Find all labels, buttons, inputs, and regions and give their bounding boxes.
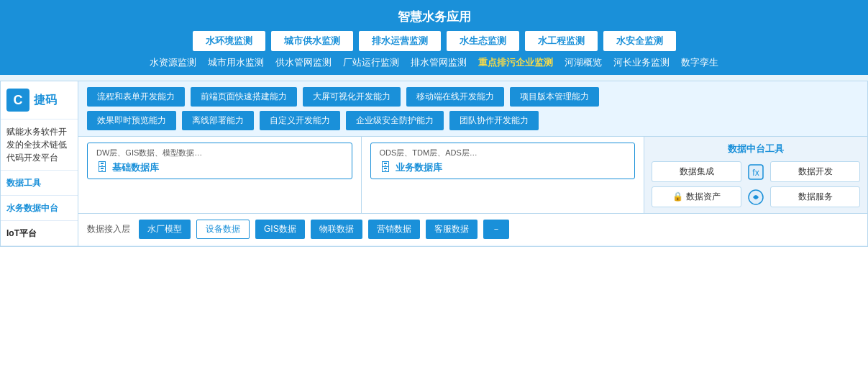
left-sidebar: C 捷码 赋能水务软件开发的全技术链低代码开发平台 数据工具 水务数据中台 Io… <box>1 81 78 246</box>
iot-button[interactable]: 设备数据 <box>196 220 250 239</box>
capability-button[interactable]: 效果即时预览能力 <box>87 111 176 130</box>
dc-cell-service[interactable]: 数据服务 <box>770 186 860 207</box>
nav-link[interactable]: 供水管网监测 <box>275 57 332 69</box>
nav-link[interactable]: 水资源监测 <box>150 57 196 69</box>
nav-link[interactable]: 河长业务监测 <box>613 57 670 69</box>
sidebar-logo-row: C 捷码 <box>1 81 78 119</box>
nav-link[interactable]: 厂站运行监测 <box>343 57 399 69</box>
capability-button[interactable]: 项目版本管理能力 <box>510 87 599 107</box>
lock-icon: 🔒 <box>672 191 685 202</box>
basic-db-box: DW层、GIS数据、模型数据… 🗄 基础数据库 <box>87 143 352 179</box>
sidebar-item-platform: 赋能水务软件开发的全技术链低代码开发平台 <box>1 119 78 171</box>
capability-button[interactable]: 团队协作开发能力 <box>449 111 539 130</box>
basic-db-label: 基础数据库 <box>112 161 159 174</box>
datacenter-panel: 数据中台工具 数据集成 fx 数据开发 🔒 数据资产 <box>644 137 867 213</box>
nav-link[interactable]: 排水管网监测 <box>411 57 467 69</box>
iot-button[interactable]: GIS数据 <box>255 220 305 239</box>
nav-button[interactable]: 水安全监测 <box>603 31 676 51</box>
dc-icon-middle-bottom <box>746 187 766 207</box>
iot-buttons: 水厂模型设备数据GIS数据物联数据营销数据客服数据－ <box>139 220 509 239</box>
sidebar-item-datacenter-label: 水务数据中台 <box>6 203 58 213</box>
dc-cell-dev[interactable]: 数据开发 <box>770 161 860 182</box>
iot-prefix-label: 数据接入层 <box>87 223 130 235</box>
capability-button[interactable]: 前端页面快速搭建能力 <box>191 87 297 107</box>
sidebar-item-iot[interactable]: IoT平台 <box>1 221 78 246</box>
nav-link[interactable]: 数字孪生 <box>681 57 718 69</box>
biz-db-box: ODS层、TDM层、ADS层… 🗄 业务数据库 <box>370 143 636 179</box>
logo-text: 捷码 <box>34 93 57 108</box>
sidebar-item-data-tools-label: 数据工具 <box>6 178 41 188</box>
datacenter-grid: 数据集成 fx 数据开发 🔒 数据资产 <box>652 161 860 207</box>
nav-button[interactable]: 水环境监测 <box>193 31 265 51</box>
capability-button[interactable]: 企业级安全防护能力 <box>346 111 444 130</box>
iot-button[interactable]: 物联数据 <box>311 220 362 239</box>
bottom-section: C 捷码 赋能水务软件开发的全技术链低代码开发平台 数据工具 水务数据中台 Io… <box>0 81 868 247</box>
page-title: 智慧水务应用 <box>7 4 861 31</box>
iot-button[interactable]: － <box>483 220 509 239</box>
datacenter-title: 数据中台工具 <box>652 143 860 155</box>
biz-db-icon: 🗄 <box>380 161 391 174</box>
capability-button[interactable]: 自定义开发能力 <box>260 111 340 130</box>
svg-text:fx: fx <box>752 168 759 178</box>
capability-button[interactable]: 流程和表单开发能力 <box>87 87 185 107</box>
top-section: 智慧水务应用 水环境监测城市供水监测排水运营监测水生态监测水工程监测水安全监测 … <box>0 0 868 75</box>
nav-button[interactable]: 水生态监测 <box>447 31 519 51</box>
iot-button[interactable]: 水厂模型 <box>139 220 191 239</box>
iot-button[interactable]: 营销数据 <box>368 220 420 239</box>
sidebar-item-platform-label: 赋能水务软件开发的全技术链低代码开发平台 <box>6 127 67 163</box>
basic-db-icon: 🗄 <box>96 161 108 174</box>
biz-db-main: 🗄 业务数据库 <box>380 161 442 174</box>
cap-row-2: 效果即时预览能力离线部署能力自定义开发能力企业级安全防护能力团队协作开发能力 <box>87 111 859 130</box>
databases-col: DW层、GIS数据、模型数据… 🗄 基础数据库 ODS层、TDM层、ADS层… … <box>78 137 644 213</box>
sidebar-item-data-tools[interactable]: 数据工具 <box>1 171 78 196</box>
nav-link[interactable]: 城市用水监测 <box>208 57 264 69</box>
nav-links-row: 水资源监测城市用水监测供水管网监测厂站运行监测排水管网监测重点排污企业监测河湖概… <box>7 57 861 69</box>
biz-db-label: 业务数据库 <box>396 161 442 174</box>
basic-db-main: 🗄 基础数据库 <box>96 161 159 174</box>
basic-db-col: DW层、GIS数据、模型数据… 🗄 基础数据库 <box>78 137 362 213</box>
biz-db-subtitle: ODS层、TDM层、ADS层… <box>380 148 478 158</box>
capability-button[interactable]: 大屏可视化开发能力 <box>303 87 401 107</box>
nav-link[interactable]: 河湖概览 <box>565 57 602 69</box>
data-section: DW层、GIS数据、模型数据… 🗄 基础数据库 ODS层、TDM层、ADS层… … <box>78 137 867 214</box>
cap-row-1: 流程和表单开发能力前端页面快速搭建能力大屏可视化开发能力移动端在线开发能力项目版… <box>87 87 859 107</box>
logo-icon: C <box>6 89 29 112</box>
biz-db-col: ODS层、TDM层、ADS层… 🗄 业务数据库 <box>362 137 645 213</box>
nav-buttons-row: 水环境监测城市供水监测排水运营监测水生态监测水工程监测水安全监测 <box>7 31 861 51</box>
basic-db-subtitle: DW层、GIS数据、模型数据… <box>96 148 202 158</box>
capability-button[interactable]: 离线部署能力 <box>182 111 254 130</box>
iot-button[interactable]: 客服数据 <box>426 220 478 239</box>
sidebar-item-iot-label: IoT平台 <box>6 228 37 238</box>
sidebar-item-datacenter[interactable]: 水务数据中台 <box>1 196 78 221</box>
nav-button[interactable]: 水工程监测 <box>525 31 598 51</box>
nav-button[interactable]: 排水运营监测 <box>359 31 441 51</box>
nav-button[interactable]: 城市供水监测 <box>271 31 353 51</box>
dc-icon-middle-top: fx <box>746 162 766 182</box>
dc-cell-assets[interactable]: 🔒 数据资产 <box>652 186 741 207</box>
main-content: 流程和表单开发能力前端页面快速搭建能力大屏可视化开发能力移动端在线开发能力项目版… <box>78 81 867 246</box>
capability-button[interactable]: 移动端在线开发能力 <box>406 87 504 107</box>
nav-link[interactable]: 重点排污企业监测 <box>478 57 553 69</box>
capabilities-section: 流程和表单开发能力前端页面快速搭建能力大屏可视化开发能力移动端在线开发能力项目版… <box>78 81 867 137</box>
iot-section: 数据接入层 水厂模型设备数据GIS数据物联数据营销数据客服数据－ <box>78 214 867 245</box>
dc-cell-integration[interactable]: 数据集成 <box>652 161 741 182</box>
divider <box>0 75 868 81</box>
